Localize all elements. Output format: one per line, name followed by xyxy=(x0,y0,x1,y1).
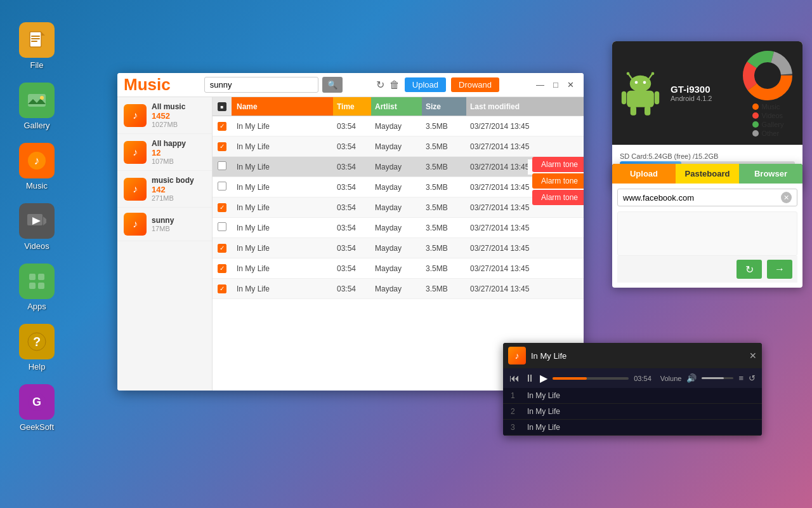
desktop-icon-geeksoft[interactable]: G GeekSoft xyxy=(11,384,62,432)
row-artist: Mayday xyxy=(371,116,422,136)
drowand-button[interactable]: Drowand xyxy=(451,77,499,92)
browser-refresh-button[interactable]: ↻ xyxy=(737,260,762,279)
alarm-tone-menu: Alarm tone Alarm tone Alarm tone xyxy=(532,157,584,205)
player-close-button[interactable]: ✕ xyxy=(749,351,757,361)
search-button[interactable]: 🔍 xyxy=(322,77,343,93)
table-row[interactable]: In My Life 03:54 Mayday 3.5MB 03/27/2014… xyxy=(213,258,584,279)
playlist-track-3[interactable]: 3 In My Life xyxy=(503,420,762,436)
playlist-track-1[interactable]: 1 In My Life xyxy=(503,388,762,404)
row-checkbox[interactable] xyxy=(218,222,226,231)
storage-donut-area: Music Videos Gallery Other xyxy=(741,49,795,137)
desktop-icon-file[interactable]: File xyxy=(11,22,62,70)
alarm-tone-item-2[interactable]: Alarm tone xyxy=(532,173,584,189)
svg-text:?: ? xyxy=(33,335,41,349)
row-size: 3.5MB xyxy=(422,197,466,217)
music-titlebar: Music 🔍 ↻ 🗑 Upload Drowand — □ ✕ xyxy=(117,73,584,97)
playlist-track-2[interactable]: 2 In My Life xyxy=(503,404,762,420)
desktop-icon-help-label: Help xyxy=(29,362,46,371)
browser-close-button[interactable]: ✕ xyxy=(781,192,792,203)
desktop-icon-music[interactable]: ♪ Music xyxy=(11,143,62,190)
svg-rect-13 xyxy=(29,274,36,280)
row-artist: Mayday xyxy=(371,238,422,258)
row-checkbox[interactable] xyxy=(218,142,226,151)
desktop-icon-gallery-label: Gallery xyxy=(23,121,49,130)
browser-go-button[interactable]: → xyxy=(767,260,792,279)
table-row[interactable]: In My Life 03:54 Mayday 3.5MB 03/27/2014… xyxy=(213,157,584,177)
tab-browser[interactable]: Browser xyxy=(739,164,802,184)
table-row[interactable]: In My Life 03:54 Mayday 3.5MB 03/27/2014… xyxy=(213,197,584,218)
desktop-icon-gallery[interactable]: Gallery xyxy=(11,83,62,130)
desktop-icon-help[interactable]: ? Help xyxy=(11,324,62,371)
col-header-modified: Last modified xyxy=(466,97,584,116)
playlist-item-all-music[interactable]: ♪ All music 1452 1027MB xyxy=(117,97,212,134)
mute-button[interactable]: 🔊 xyxy=(686,373,697,383)
row-name: In My Life xyxy=(232,137,333,156)
player-controls-row: ⏮ ⏸ ▶ 03:54 Volune 🔊 ≡ ↺ xyxy=(509,372,756,384)
playlist-item-all-happy[interactable]: ♪ All happy 12 107MB xyxy=(117,134,212,171)
play-button[interactable]: ▶ xyxy=(540,372,547,384)
playlist-item-music-body[interactable]: ♪ music body 142 271MB xyxy=(117,171,212,208)
select-all-checkbox[interactable] xyxy=(218,102,226,111)
desktop-icon-apps[interactable]: Apps xyxy=(11,264,62,311)
row-checkbox[interactable] xyxy=(218,182,226,190)
row-time: 03:54 xyxy=(333,177,371,197)
maximize-button[interactable]: □ xyxy=(550,79,561,91)
refresh-icon-button[interactable]: ↻ xyxy=(376,79,384,91)
music-search-input[interactable] xyxy=(204,77,318,93)
list-view-button[interactable]: ≡ xyxy=(738,373,743,383)
playlist-size-2: 107MB xyxy=(152,157,186,165)
row-name: In My Life xyxy=(232,218,333,237)
row-checkbox[interactable] xyxy=(218,284,226,293)
row-size: 3.5MB xyxy=(422,258,466,278)
close-button[interactable]: ✕ xyxy=(564,79,577,91)
player-controls: ⏮ ⏸ ▶ 03:54 Volune 🔊 ≡ ↺ xyxy=(503,368,762,388)
row-time: 03:54 xyxy=(333,197,371,217)
tab-upload[interactable]: Upload xyxy=(612,164,676,184)
row-modified: 03/27/2014 13:45 xyxy=(466,137,584,156)
volume-bar[interactable] xyxy=(702,377,733,379)
svg-rect-32 xyxy=(645,106,650,116)
browser-url-input[interactable] xyxy=(623,193,781,203)
repeat-button[interactable]: ↺ xyxy=(749,373,756,383)
music-search-area: 🔍 xyxy=(204,77,343,93)
table-row[interactable]: In My Life 03:54 Mayday 3.5MB 03/27/2014… xyxy=(213,218,584,238)
table-row[interactable]: In My Life 03:54 Mayday 3.5MB 03/27/2014… xyxy=(213,137,584,157)
row-time: 03:54 xyxy=(333,238,371,258)
svg-rect-2 xyxy=(31,38,40,39)
music-actions: ↻ 🗑 Upload Drowand xyxy=(376,77,499,92)
row-size: 3.5MB xyxy=(422,137,466,156)
svg-marker-11 xyxy=(43,217,46,225)
row-checkbox[interactable] xyxy=(218,122,226,131)
alarm-tone-item-1[interactable]: Alarm tone xyxy=(532,157,584,172)
playlist-item-sunny[interactable]: ♪ sunny 17MB xyxy=(117,208,212,241)
svg-point-7 xyxy=(40,96,44,100)
row-checkbox[interactable] xyxy=(218,264,226,273)
row-artist: Mayday xyxy=(371,218,422,237)
tab-pasteboard[interactable]: Pasteboard xyxy=(676,164,739,184)
progress-bar[interactable] xyxy=(553,377,629,380)
row-size: 3.5MB xyxy=(422,157,466,177)
row-modified: 03/27/2014 13:45 xyxy=(466,238,584,258)
upload-button[interactable]: Upload xyxy=(405,77,446,92)
volume-fill xyxy=(702,377,724,379)
player-header: ♪ In My Life ✕ xyxy=(503,343,762,368)
minimize-button[interactable]: — xyxy=(533,79,547,91)
row-name: In My Life xyxy=(232,258,333,278)
row-checkbox[interactable] xyxy=(218,203,226,212)
table-row[interactable]: In My Life 03:54 Mayday 3.5MB 03/27/2014… xyxy=(213,238,584,258)
legend-videos: Videos xyxy=(752,112,784,119)
svg-rect-5 xyxy=(28,94,46,107)
row-checkbox[interactable] xyxy=(218,244,226,253)
delete-icon-button[interactable]: 🗑 xyxy=(390,79,400,91)
table-row[interactable]: In My Life 03:54 Mayday 3.5MB 03/27/2014… xyxy=(213,116,584,137)
pause-button[interactable]: ⏸ xyxy=(525,373,535,384)
table-row[interactable]: In My Life 03:54 Mayday 3.5MB 03/27/2014… xyxy=(213,177,584,197)
playlist-count: 1452 xyxy=(152,111,185,121)
alarm-tone-item-3[interactable]: Alarm tone xyxy=(532,190,584,205)
desktop-icon-videos[interactable]: Videos xyxy=(11,203,62,251)
svg-rect-31 xyxy=(631,106,636,116)
prev-button[interactable]: ⏮ xyxy=(509,373,520,384)
row-checkbox[interactable] xyxy=(218,161,226,170)
row-name: In My Life xyxy=(232,116,333,136)
table-row[interactable]: In My Life 03:54 Mayday 3.5MB 03/27/2014… xyxy=(213,279,584,299)
